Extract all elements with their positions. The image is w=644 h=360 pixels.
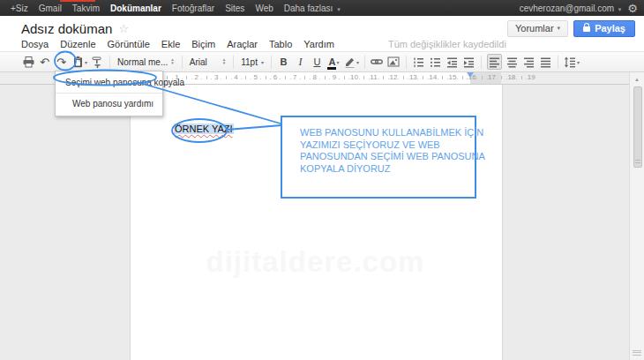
toolbar-separator [481,56,482,69]
ruler-number: 17 [488,73,496,81]
ruler-tick [211,79,212,79]
align-right-button[interactable] [522,54,535,70]
topbar-item-siz[interactable]: +Siz [11,4,28,13]
ruler-tick [201,79,202,79]
comments-button[interactable]: Yorumlar ▾ [507,20,568,37]
topbar-item-web[interactable]: Web [255,4,273,13]
redo-button[interactable]: ↷ [55,54,68,70]
menu-tablo[interactable]: Tablo [269,39,292,49]
italic-button[interactable]: I [294,54,307,70]
paint-format-button[interactable] [91,54,104,70]
selected-text[interactable]: ÖRNEK YAZI [174,124,234,134]
link-icon [371,56,383,68]
topbar-more-menu[interactable]: Daha fazlası ▾ [284,4,341,13]
ruler-tick [501,76,502,79]
ruler-tick [378,79,379,79]
ruler-tick [329,79,330,79]
menu-goruntule[interactable]: Görüntüle [108,39,150,49]
paint-format-icon [92,56,103,68]
text-color-icon: A [328,57,335,66]
topbar-item-dokumanlar[interactable]: Dokümanlar [110,4,161,13]
insert-image-button[interactable] [387,54,401,70]
share-button[interactable]: Paylaş [573,20,635,37]
menu-bicim[interactable]: Biçim [191,39,215,49]
ruler-tick [359,79,360,79]
ruler-tick [363,76,364,79]
justify-button[interactable] [539,54,552,70]
scrollbar-up-icon[interactable]: ▲ [634,77,640,82]
ruler-number: 9 [333,73,336,81]
ruler-tick [487,79,488,79]
ruler-tick [438,79,438,79]
callout-line: YAZIMIZI SEÇİYORUZ VE WEB [300,139,468,152]
scrollbar-thumb[interactable] [633,86,642,168]
ruler-number: 5 [254,73,258,81]
font-dropdown[interactable]: Arial ▲▼ [186,57,229,67]
topbar-item-fotograflar[interactable]: Fotoğraflar [172,4,214,13]
document-title[interactable]: Adsız doküman [21,21,112,36]
ruler-number: 8 [312,73,316,81]
menu-araclar[interactable]: Araçlar [227,39,258,49]
ruler-number: 13 [409,73,417,81]
gear-icon[interactable]: ⚙ [627,3,638,14]
account-menu[interactable]: cevherozan@gmail.com ▾ [520,4,622,13]
highlight-color-button[interactable]: ▾ [344,54,359,70]
menu-dosya[interactable]: Dosya [21,39,49,49]
styles-dropdown[interactable]: Normal me... ▲▼ [114,57,178,67]
chevron-down-icon: ▾ [577,59,580,65]
share-label: Paylaş [595,23,625,34]
menu-ekle[interactable]: Ekle [161,39,180,49]
callout-line: KOPYALA DİYORUZ [300,163,468,176]
star-icon[interactable]: ☆ [118,22,129,35]
line-spacing-button[interactable]: ▾ [564,54,580,70]
text-color-button[interactable]: A ▾ [327,54,341,70]
vertical-scrollbar[interactable]: ▲ [629,71,644,360]
ruler-number: 18 [507,73,515,81]
ruler-tick [462,76,463,79]
topbar-item-sites[interactable]: Sites [225,4,244,13]
chevron-down-icon: ▾ [337,6,341,12]
menu-duzenle[interactable]: Düzenle [60,39,95,49]
ruler-tick [497,79,498,79]
insert-link-button[interactable] [371,54,384,70]
topbar-item-gmail[interactable]: Gmail [39,4,62,13]
indent-button[interactable] [462,54,476,70]
font-size-dropdown[interactable]: 11pt ▾ [237,57,267,67]
topbar-item-takvim[interactable]: Takvim [72,4,100,13]
outdent-icon [446,56,458,68]
toolbar-separator [406,56,407,69]
bullet-list-button[interactable] [429,54,442,70]
scrollbar-grip[interactable] [633,350,641,356]
ruler-tick [260,79,261,79]
menu-item-web-clipboard-help[interactable]: Web panosu yardımı [56,96,162,111]
web-clipboard-button[interactable]: ▾ [71,54,87,70]
undo-button[interactable]: ↶ [38,54,51,70]
ruler-tick [476,79,477,79]
numbered-list-icon [413,56,424,68]
ruler-tick [344,76,345,79]
topbar-right: cevherozan@gmail.com ▾ ⚙ [520,3,644,14]
toolbar-separator [558,56,558,69]
numbered-list-button[interactable] [412,54,425,70]
ruler-tick [285,76,286,79]
highlight-icon [344,56,356,68]
ruler-tick [388,79,389,79]
web-clipboard-icon [71,56,84,68]
ruler-number: 19 [528,73,535,81]
outdent-button[interactable] [446,54,459,70]
align-left-button[interactable] [487,54,502,70]
bullet-list-icon [430,56,441,68]
ruler-number: 15 [449,73,457,81]
menu-item-label: Seçimi web panosuna kopyala [65,78,184,87]
styles-value: Normal me... [117,57,168,67]
menu-item-copy-to-web-clipboard[interactable]: Seçimi web panosuna kopyala [56,74,162,90]
bold-button[interactable]: B [277,54,290,70]
print-button[interactable] [21,54,34,70]
underline-button[interactable]: U [311,54,324,70]
align-center-button[interactable] [505,54,519,70]
font-value: Arial [190,57,207,67]
ruler-tick [241,79,242,79]
menu-yardim[interactable]: Yardım [303,39,334,49]
indent-icon [463,56,475,68]
ruler-number: 11 [370,73,377,81]
